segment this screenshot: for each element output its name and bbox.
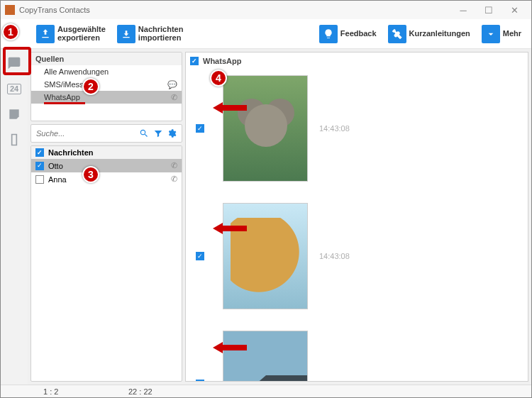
chat-header: WhatsApp: [190, 57, 523, 65]
annotation-arrow: [213, 101, 247, 115]
sources-panel: Quellen Alle Anwendungen SMS/iMessage💬 W…: [31, 52, 182, 121]
message-time: 14:43:08: [319, 124, 350, 133]
nav-notes[interactable]: [4, 104, 24, 124]
source-all-apps[interactable]: Alle Anwendungen: [31, 65, 182, 78]
svg-marker-2: [213, 342, 247, 353]
status-bar: 1 : 2 22 : 22: [1, 385, 531, 397]
message-checkbox[interactable]: [196, 252, 204, 260]
image-thumbnail[interactable]: [223, 75, 308, 182]
import-label: Nachrichten importieren: [138, 26, 184, 42]
message-checkbox[interactable]: [196, 124, 204, 133]
nav-rail: 24: [1, 49, 28, 385]
chevron-down-icon: [482, 25, 500, 43]
sources-header: Quellen: [31, 52, 182, 65]
import-messages-button[interactable]: Nachrichten importieren: [113, 23, 188, 45]
svg-marker-1: [213, 223, 247, 234]
phone-icon: ✆: [171, 175, 177, 184]
app-title: CopyTrans Contacts: [19, 6, 90, 14]
chat-icon: 💬: [167, 80, 177, 89]
message-checkbox[interactable]: [196, 380, 204, 382]
guides-button[interactable]: Kurzanleitungen: [384, 23, 475, 45]
image-thumbnail[interactable]: [223, 203, 308, 309]
nav-device[interactable]: [4, 130, 24, 150]
contacts-panel: Nachrichten Otto ✆ Anna ✆: [31, 145, 182, 382]
svg-marker-0: [213, 102, 247, 114]
message-row[interactable]: 14:43:08: [190, 203, 523, 309]
search-input[interactable]: [34, 127, 137, 140]
annotation-badge-1: 1: [2, 23, 19, 40]
message-row[interactable]: 14:43:08: [190, 75, 523, 182]
export-icon: [36, 25, 55, 43]
more-label: Mehr: [503, 30, 521, 38]
phone-icon: ✆: [171, 161, 177, 170]
more-button[interactable]: Mehr: [477, 23, 526, 45]
maximize-button[interactable]: ☐: [476, 1, 501, 19]
search-panel: [31, 124, 182, 143]
contact-checkbox[interactable]: [35, 175, 44, 184]
contact-row-otto[interactable]: Otto ✆: [31, 159, 182, 172]
import-icon: [117, 25, 135, 43]
message-row[interactable]: 14:43:07: [190, 331, 523, 382]
export-selected-button[interactable]: Ausgewählte exportieren: [32, 23, 110, 45]
annotation-badge-2: 2: [82, 78, 99, 95]
message-time: 14:43:08: [319, 252, 350, 260]
annotation-badge-3: 3: [82, 166, 99, 183]
contact-checkbox[interactable]: [35, 162, 44, 170]
tools-icon: [388, 25, 406, 43]
contacts-group[interactable]: Nachrichten: [31, 146, 182, 159]
annotation-badge-4: 4: [210, 70, 227, 87]
feedback-button[interactable]: Feedback: [315, 23, 381, 45]
gear-icon[interactable]: [165, 128, 179, 138]
titlebar: CopyTrans Contacts ─ ☐ ✕: [1, 1, 531, 19]
image-thumbnail[interactable]: [223, 331, 308, 382]
contact-row-anna[interactable]: Anna ✆: [31, 172, 182, 186]
nav-calendar[interactable]: 24: [4, 79, 24, 99]
status-right: 22 : 22: [114, 387, 206, 396]
status-left: 1 : 2: [1, 387, 114, 396]
group-checkbox[interactable]: [35, 148, 44, 157]
toolbar: Ausgewählte exportieren Nachrichten impo…: [1, 19, 531, 49]
feedback-label: Feedback: [340, 30, 377, 38]
chat-header-checkbox[interactable]: [190, 57, 199, 65]
search-icon[interactable]: [137, 128, 151, 138]
source-whatsapp[interactable]: WhatsApp✆: [31, 91, 182, 104]
mid-column: Quellen Alle Anwendungen SMS/iMessage💬 W…: [28, 49, 185, 385]
filter-icon[interactable]: [151, 128, 165, 138]
minimize-button[interactable]: ─: [450, 1, 476, 19]
export-label: Ausgewählte exportieren: [57, 26, 106, 42]
close-button[interactable]: ✕: [501, 1, 527, 19]
lightbulb-icon: [319, 25, 338, 43]
annotation-arrow: [213, 341, 247, 355]
source-sms[interactable]: SMS/iMessage💬: [31, 78, 182, 91]
annotation-arrow: [213, 221, 247, 236]
nav-messages[interactable]: [4, 53, 24, 73]
message-time: 14:43:07: [319, 380, 350, 382]
phone-icon: ✆: [171, 93, 177, 102]
chat-column: WhatsApp 14:43:08 14:43:08 14:43:07: [185, 49, 531, 385]
guides-label: Kurzanleitungen: [409, 30, 470, 38]
app-icon: [5, 5, 15, 15]
